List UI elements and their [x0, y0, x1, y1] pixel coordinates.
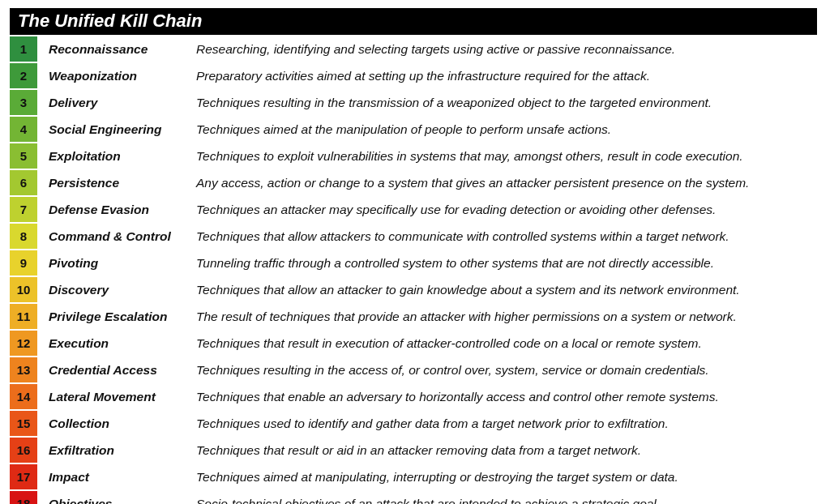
phase-description: Any access, action or change to a system… [191, 170, 817, 195]
phase-number: 4 [10, 117, 37, 142]
phase-name: Persistence [37, 170, 191, 195]
phase-number: 10 [10, 277, 37, 302]
table-row: 7Defense EvasionTechniques an attacker m… [10, 197, 817, 222]
table-row: 13Credential AccessTechniques resulting … [10, 357, 817, 382]
phase-name: Objectives [37, 491, 191, 504]
phase-description: Techniques resulting in the transmission… [191, 90, 817, 115]
table-row: 1ReconnaissanceResearching, identifying … [10, 36, 817, 62]
phase-name: Reconnaissance [37, 36, 191, 62]
table-row: 9PivotingTunneling traffic through a con… [10, 250, 817, 275]
table-row: 10DiscoveryTechniques that allow an atta… [10, 277, 817, 302]
phase-name: Delivery [37, 90, 191, 115]
page-wrap: The Unified Kill Chain 1ReconnaissanceRe… [0, 0, 830, 504]
phase-name: Exfiltration [37, 438, 191, 463]
table-row: 16ExfiltrationTechniques that result or … [10, 438, 817, 463]
phase-name: Lateral Movement [37, 384, 191, 409]
phase-description: Techniques an attacker may specifically … [191, 197, 817, 222]
phase-description: Techniques used to identify and gather d… [191, 411, 817, 436]
phase-number: 9 [10, 250, 37, 275]
table-row: 2WeaponizationPreparatory activities aim… [10, 63, 817, 88]
phase-name: Defense Evasion [37, 197, 191, 222]
phase-number: 12 [10, 331, 37, 356]
kill-chain-rows: 1ReconnaissanceResearching, identifying … [10, 36, 817, 504]
title-bar: The Unified Kill Chain [10, 8, 817, 35]
phase-number: 2 [10, 63, 37, 88]
phase-number: 15 [10, 411, 37, 436]
table-row: 11Privilege EscalationThe result of tech… [10, 304, 817, 329]
phase-name: Discovery [37, 277, 191, 302]
table-row: 15CollectionTechniques used to identify … [10, 411, 817, 436]
phase-number: 18 [10, 491, 37, 504]
phase-name: Execution [37, 331, 191, 356]
phase-description: Techniques aimed at the manipulation of … [191, 117, 817, 142]
phase-description: Techniques that result in execution of a… [191, 331, 817, 356]
phase-description: Techniques aimed at manipulating, interr… [191, 464, 817, 489]
phase-description: Preparatory activities aimed at setting … [191, 63, 817, 88]
phase-description: Techniques that result or aid in an atta… [191, 438, 817, 463]
phase-name: Weaponization [37, 63, 191, 88]
phase-name: Impact [37, 464, 191, 489]
phase-number: 7 [10, 197, 37, 222]
phase-name: Pivoting [37, 250, 191, 275]
phase-description: Techniques resulting in the access of, o… [191, 357, 817, 382]
table-row: 3DeliveryTechniques resulting in the tra… [10, 90, 817, 115]
phase-name: Privilege Escalation [37, 304, 191, 329]
title-text: The Unified Kill Chain [18, 11, 202, 31]
phase-name: Exploitation [37, 143, 191, 169]
phase-number: 3 [10, 90, 37, 115]
table-row: 12ExecutionTechniques that result in exe… [10, 331, 817, 356]
phase-number: 14 [10, 384, 37, 409]
phase-number: 13 [10, 357, 37, 382]
table-row: 5ExploitationTechniques to exploit vulne… [10, 143, 817, 169]
table-row: 18ObjectivesSocio-technical objectives o… [10, 491, 817, 504]
phase-number: 5 [10, 143, 37, 169]
phase-number: 8 [10, 224, 37, 249]
phase-number: 17 [10, 464, 37, 489]
phase-number: 6 [10, 170, 37, 195]
phase-description: Tunneling traffic through a controlled s… [191, 250, 817, 275]
phase-name: Credential Access [37, 357, 191, 382]
phase-name: Social Engineering [37, 117, 191, 142]
phase-description: Techniques that allow an attacker to gai… [191, 277, 817, 302]
table-row: 6PersistenceAny access, action or change… [10, 170, 817, 195]
phase-number: 1 [10, 36, 37, 62]
phase-description: Techniques to exploit vulnerabilities in… [191, 143, 817, 169]
phase-name: Command & Control [37, 224, 191, 249]
table-row: 14Lateral MovementTechniques that enable… [10, 384, 817, 409]
phase-description: Techniques that enable an adversary to h… [191, 384, 817, 409]
table-row: 8Command & ControlTechniques that allow … [10, 224, 817, 249]
phase-number: 11 [10, 304, 37, 329]
phase-name: Collection [37, 411, 191, 436]
phase-description: Techniques that allow attackers to commu… [191, 224, 817, 249]
phase-description: The result of techniques that provide an… [191, 304, 817, 329]
phase-description: Socio-technical objectives of an attack … [191, 491, 817, 504]
phase-number: 16 [10, 438, 37, 463]
phase-description: Researching, identifying and selecting t… [191, 36, 817, 62]
table-row: 17ImpactTechniques aimed at manipulating… [10, 464, 817, 489]
table-row: 4Social EngineeringTechniques aimed at t… [10, 117, 817, 142]
